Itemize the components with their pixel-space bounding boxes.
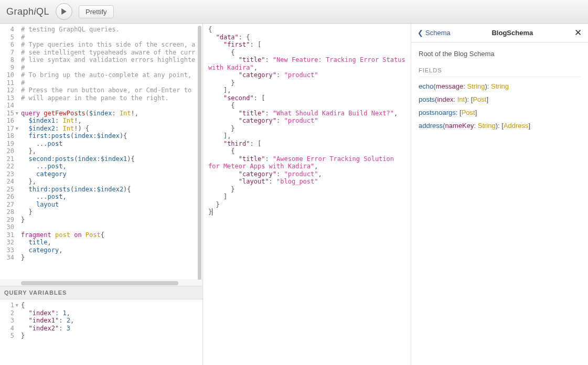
docs-field[interactable]: echo(message: String): String [419, 82, 581, 90]
play-icon [61, 8, 67, 15]
query-scrollbar[interactable] [198, 26, 201, 280]
editor-column: 456789101112131415▼1617▼1819202122232425… [0, 24, 203, 365]
docs-description: Root of the Blog Schema [419, 50, 581, 58]
close-icon[interactable]: ✕ [574, 27, 582, 38]
variables-code[interactable]: { "index": 1, "index1": 2, "index2": 3 } [0, 299, 202, 342]
docs-field[interactable]: posts(index: Int): [Post] [419, 95, 581, 103]
docs-body: Root of the Blog Schema FIELDS echo(mess… [411, 42, 588, 142]
main: 456789101112131415▼1617▼1819202122232425… [0, 24, 588, 365]
query-editor[interactable]: 456789101112131415▼1617▼1819202122232425… [0, 24, 202, 280]
variables-header[interactable]: QUERY VARIABLES [0, 286, 202, 299]
docs-fields-list: echo(message: String): Stringposts(index… [419, 82, 581, 130]
topbar: GraphiQL Prettify [0, 0, 588, 24]
docs-title: BlogSchema [491, 29, 533, 37]
docs-fields-header: FIELDS [419, 67, 581, 77]
docs-back-link[interactable]: ❮ Schema [418, 29, 451, 37]
variables-gutter: 1▼2345 [0, 299, 17, 340]
docs-back-label: Schema [425, 29, 451, 37]
variables-panel: QUERY VARIABLES 1▼2345 { "index": 1, "in… [0, 286, 202, 365]
docs-field[interactable]: address(nameKey: String): [Address] [419, 122, 581, 130]
run-button[interactable] [56, 3, 72, 20]
chevron-left-icon: ❮ [418, 29, 423, 37]
docs-panel: ❮ Schema BlogSchema ✕ Root of the Blog S… [411, 24, 588, 365]
docs-field[interactable]: postsnoargs: [Post] [419, 109, 581, 116]
query-code[interactable]: # testing GraphQL queries. # # Type quer… [0, 24, 202, 264]
variables-editor[interactable]: 1▼2345 { "index": 1, "index1": 2, "index… [0, 299, 202, 365]
logo: GraphiQL [6, 6, 49, 17]
query-gutter: 456789101112131415▼1617▼1819202122232425… [0, 24, 17, 262]
query-h-scroll-track[interactable] [0, 280, 202, 286]
result-pane[interactable]: { "data": { "first": [ { "title": "New F… [203, 24, 411, 365]
query-h-scroll-thumb[interactable] [21, 281, 178, 285]
docs-header: ❮ Schema BlogSchema ✕ [411, 24, 588, 42]
result-code: { "data": { "first": [ { "title": "New F… [203, 24, 411, 218]
prettify-button[interactable]: Prettify [79, 5, 113, 18]
